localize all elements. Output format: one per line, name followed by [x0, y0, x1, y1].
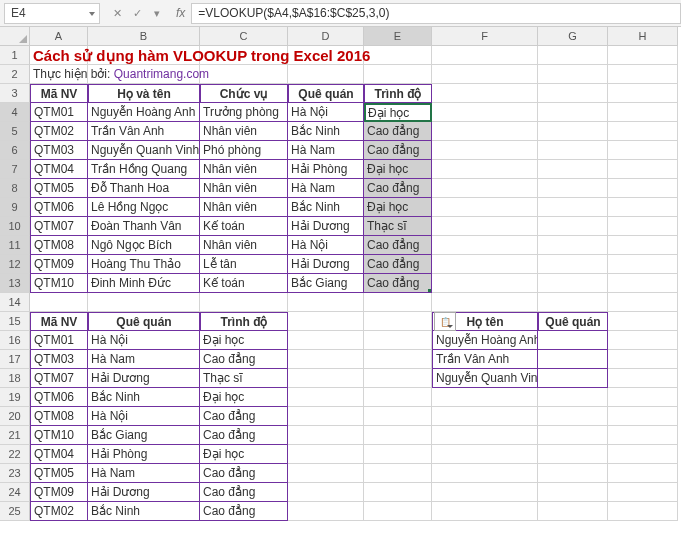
- cell[interactable]: QTM07: [30, 369, 88, 388]
- cell[interactable]: Nhân viên: [200, 122, 288, 141]
- table-header[interactable]: Họ và tên: [88, 84, 200, 103]
- cell[interactable]: [538, 198, 608, 217]
- cell[interactable]: Nguyễn Quanh Vinh: [432, 369, 538, 388]
- cell[interactable]: Hà Nam: [88, 350, 200, 369]
- cell[interactable]: Thạc sĩ: [364, 217, 432, 236]
- cell[interactable]: [608, 65, 678, 84]
- cell[interactable]: [432, 103, 538, 122]
- cell[interactable]: Bắc Giang: [88, 426, 200, 445]
- cell[interactable]: Đinh Minh Đức: [88, 274, 200, 293]
- cell[interactable]: [608, 502, 678, 521]
- cell[interactable]: [608, 312, 678, 331]
- row-header[interactable]: 1: [0, 46, 30, 65]
- cell[interactable]: [608, 407, 678, 426]
- row-header[interactable]: 21: [0, 426, 30, 445]
- cell[interactable]: QTM03: [30, 141, 88, 160]
- row-header[interactable]: 16: [0, 331, 30, 350]
- cell[interactable]: [538, 388, 608, 407]
- row-header[interactable]: 25: [0, 502, 30, 521]
- cell[interactable]: Nguyễn Hoàng Anh: [432, 331, 538, 350]
- cell[interactable]: Lê Hồng Ngọc: [88, 198, 200, 217]
- cell[interactable]: [608, 103, 678, 122]
- cell[interactable]: Trưởng phòng: [200, 103, 288, 122]
- cell[interactable]: [432, 160, 538, 179]
- row-header[interactable]: 20: [0, 407, 30, 426]
- cell[interactable]: [364, 445, 432, 464]
- cell[interactable]: Hà Nội: [288, 236, 364, 255]
- cell[interactable]: QTM06: [30, 388, 88, 407]
- row-header[interactable]: 3: [0, 84, 30, 103]
- cell[interactable]: [432, 293, 538, 312]
- cell[interactable]: [288, 65, 364, 84]
- cell[interactable]: Nhân viên: [200, 179, 288, 198]
- cell[interactable]: Ngô Ngọc Bích: [88, 236, 200, 255]
- row-header[interactable]: 13: [0, 274, 30, 293]
- cell[interactable]: [538, 46, 608, 65]
- cell[interactable]: [288, 464, 364, 483]
- cell[interactable]: Nhân viên: [200, 198, 288, 217]
- table-header[interactable]: Chức vụ: [200, 84, 288, 103]
- cell[interactable]: [538, 369, 608, 388]
- row-header[interactable]: 2: [0, 65, 30, 84]
- cell[interactable]: [432, 217, 538, 236]
- cell[interactable]: Trần Vân Anh: [432, 350, 538, 369]
- cell[interactable]: [538, 274, 608, 293]
- cell[interactable]: Hải Dương: [288, 255, 364, 274]
- cell[interactable]: Đại học: [364, 103, 432, 122]
- cell[interactable]: [538, 255, 608, 274]
- cell[interactable]: Hải Dương: [88, 483, 200, 502]
- cell[interactable]: [432, 388, 538, 407]
- cell[interactable]: Đại học: [364, 198, 432, 217]
- cell[interactable]: Đại học: [200, 331, 288, 350]
- cell[interactable]: [432, 46, 538, 65]
- cancel-icon[interactable]: ✕: [108, 4, 126, 22]
- cell[interactable]: [432, 483, 538, 502]
- cell[interactable]: QTM07: [30, 217, 88, 236]
- cell[interactable]: [538, 103, 608, 122]
- cell[interactable]: [608, 160, 678, 179]
- cell[interactable]: [432, 179, 538, 198]
- cell[interactable]: Đại học: [200, 388, 288, 407]
- cell[interactable]: [608, 388, 678, 407]
- cell[interactable]: [288, 407, 364, 426]
- cell[interactable]: [608, 122, 678, 141]
- cell[interactable]: QTM10: [30, 274, 88, 293]
- cell[interactable]: Nguyễn Quanh Vinh: [88, 141, 200, 160]
- cell[interactable]: [432, 84, 538, 103]
- cell[interactable]: [608, 217, 678, 236]
- dropdown-icon[interactable]: ▾: [148, 4, 166, 22]
- cell[interactable]: Cao đẳng: [364, 236, 432, 255]
- cell[interactable]: [538, 350, 608, 369]
- cell[interactable]: [432, 407, 538, 426]
- cell[interactable]: Trần Vân Anh: [88, 122, 200, 141]
- cell[interactable]: Cao đẳng: [200, 464, 288, 483]
- cell[interactable]: QTM02: [30, 122, 88, 141]
- row-header[interactable]: 15: [0, 312, 30, 331]
- cell[interactable]: Hà Nam: [288, 141, 364, 160]
- cell[interactable]: Đại học: [364, 160, 432, 179]
- cell[interactable]: [608, 84, 678, 103]
- cell[interactable]: Thạc sĩ: [200, 369, 288, 388]
- row-header[interactable]: 23: [0, 464, 30, 483]
- cell[interactable]: [538, 141, 608, 160]
- table-header[interactable]: Mã NV: [30, 312, 88, 331]
- table-header[interactable]: Trình độ: [364, 84, 432, 103]
- cell[interactable]: [364, 426, 432, 445]
- cell[interactable]: [288, 483, 364, 502]
- cell[interactable]: [288, 331, 364, 350]
- cell[interactable]: Cao đẳng: [364, 255, 432, 274]
- table-header[interactable]: Quê quán: [538, 312, 608, 331]
- cell[interactable]: QTM01: [30, 331, 88, 350]
- cell[interactable]: QTM05: [30, 179, 88, 198]
- cell[interactable]: [364, 293, 432, 312]
- cell[interactable]: [608, 350, 678, 369]
- row-header[interactable]: 4: [0, 103, 30, 122]
- cell[interactable]: [608, 141, 678, 160]
- cell[interactable]: Cao đẳng: [364, 122, 432, 141]
- cell[interactable]: [432, 255, 538, 274]
- cell[interactable]: [432, 274, 538, 293]
- cell[interactable]: [608, 198, 678, 217]
- row-header[interactable]: 5: [0, 122, 30, 141]
- cell[interactable]: [432, 236, 538, 255]
- cell[interactable]: [538, 407, 608, 426]
